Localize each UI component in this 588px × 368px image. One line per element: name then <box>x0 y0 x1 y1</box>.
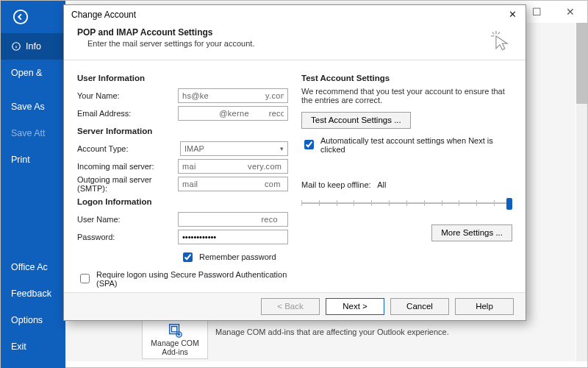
sidebar-item-open[interactable]: Open & <box>1 60 65 86</box>
test-button-label: Test Account Settings ... <box>311 116 401 124</box>
sidebar-item-label: Save As <box>11 102 45 112</box>
svg-point-0 <box>14 10 27 24</box>
spa-label: Require logon using Secure Password Auth… <box>96 270 288 288</box>
close-icon: ✕ <box>509 9 517 20</box>
bg-close-button[interactable]: ✕ <box>553 1 587 23</box>
dialog-footer: < Back Next > Cancel Help <box>64 292 526 320</box>
slider-thumb[interactable] <box>506 198 512 210</box>
spa-box[interactable] <box>80 274 90 283</box>
dialog-heading: POP and IMAP Account Settings <box>77 27 254 38</box>
cursor-click-icon <box>487 27 512 52</box>
arrow-left-circle-icon <box>12 9 29 25</box>
sidebar-item-label: Feedback <box>11 289 51 299</box>
password-input[interactable] <box>178 230 288 244</box>
backstage-sidebar: Info Open & Save As Save Att Print Offic… <box>1 1 65 368</box>
backstage-nav: Info Open & Save As Save Att Print Offic… <box>1 33 65 360</box>
mail-offline-section: Mail to keep offline: All <box>301 180 512 211</box>
sidebar-item-label: Open & <box>11 68 42 78</box>
your-name-label: Your Name: <box>77 91 178 100</box>
more-settings-button[interactable]: More Settings ... <box>431 224 512 241</box>
test-description: We recommend that you test your account … <box>301 87 512 105</box>
auto-test-checkbox[interactable]: Automatically test account settings when… <box>301 136 512 154</box>
dialog-titlebar: Change Account ✕ <box>64 5 526 24</box>
mail-offline-slider[interactable] <box>301 195 512 211</box>
account-type-value: IMAP <box>184 144 204 153</box>
sidebar-item-label: Exit <box>11 342 26 352</box>
change-account-dialog: Change Account ✕ POP and IMAP Account Se… <box>63 4 526 321</box>
section-logon-info: Logon Information <box>77 197 288 206</box>
password-label: Password: <box>77 233 178 241</box>
svg-rect-3 <box>171 326 176 331</box>
section-user-info: User Information <box>77 74 288 82</box>
outgoing-server-label: Outgoing mail server (SMTP): <box>77 175 178 193</box>
outgoing-server-input[interactable] <box>178 177 288 191</box>
sidebar-item-office[interactable]: Office Ac <box>1 254 65 280</box>
manage-com-addins-button[interactable]: Manage COM Add-ins <box>142 319 208 359</box>
your-name-input[interactable] <box>178 88 288 103</box>
sidebar-item-feedback[interactable]: Feedback <box>1 280 65 307</box>
dialog-title: Change Account <box>71 10 136 20</box>
username-input[interactable] <box>178 212 288 227</box>
mail-offline-value: All <box>377 180 386 189</box>
section-test-settings: Test Account Settings <box>301 74 512 82</box>
more-settings-label: More Settings ... <box>441 228 503 237</box>
back-button: < Back <box>261 298 320 315</box>
incoming-server-label: Incoming mail server: <box>77 162 178 171</box>
addins-icon <box>167 322 183 339</box>
sidebar-item-saveas[interactable]: Save As <box>1 93 65 120</box>
right-column: Test Account Settings We recommend that … <box>301 69 512 288</box>
dialog-body: User Information Your Name: Email Addres… <box>64 60 526 292</box>
incoming-server-input[interactable] <box>178 159 288 174</box>
next-button[interactable]: Next > <box>326 298 384 315</box>
help-button[interactable]: Help <box>455 298 514 315</box>
auto-test-label: Automatically test account settings when… <box>320 136 512 154</box>
remember-password-box[interactable] <box>183 252 193 262</box>
back-arrow-button[interactable] <box>1 1 65 33</box>
com-addins-text: Manage COM add-ins that are affecting yo… <box>208 319 524 359</box>
test-account-settings-button[interactable]: Test Account Settings ... <box>301 112 411 129</box>
sidebar-item-label: Info <box>26 41 41 52</box>
com-addins-card: Manage COM Add-ins Manage COM add-ins th… <box>142 319 524 359</box>
sidebar-item-saveatt: Save Att <box>1 120 65 146</box>
sidebar-item-options[interactable]: Options <box>1 307 65 333</box>
dialog-subheading: Enter the mail server settings for your … <box>77 38 254 48</box>
sidebar-item-label: Options <box>11 315 43 325</box>
spa-checkbox[interactable]: Require logon using Secure Password Auth… <box>77 270 288 288</box>
sidebar-item-label: Office Ac <box>11 262 48 272</box>
username-label: User Name: <box>77 215 178 224</box>
com-addins-desc: Manage COM add-ins that are affecting yo… <box>215 328 517 336</box>
bg-scrollbar-thumb[interactable] <box>576 23 587 104</box>
com-button-line2: Add-ins <box>162 347 188 356</box>
account-type-dropdown: IMAP ▾ <box>180 141 288 156</box>
account-type-label: Account Type: <box>77 144 180 153</box>
chevron-down-icon: ▾ <box>280 145 284 152</box>
info-icon <box>11 41 21 52</box>
dialog-close-button[interactable]: ✕ <box>505 7 520 22</box>
slider-ticks <box>301 200 512 206</box>
section-server-info: Server Information <box>77 127 288 135</box>
auto-test-box[interactable] <box>304 140 314 149</box>
dialog-header: POP and IMAP Account Settings Enter the … <box>64 24 526 60</box>
cancel-button[interactable]: Cancel <box>390 298 449 315</box>
remember-password-label: Remember password <box>199 252 276 261</box>
sidebar-item-label: Save Att <box>11 128 46 138</box>
com-button-line1: Manage COM <box>151 339 198 347</box>
sidebar-item-info[interactable]: Info <box>1 33 65 60</box>
left-column: User Information Your Name: Email Addres… <box>77 69 288 288</box>
sidebar-item-exit[interactable]: Exit <box>1 333 65 360</box>
sidebar-item-label: Print <box>11 155 30 165</box>
remember-password-checkbox[interactable]: Remember password <box>180 250 288 264</box>
mail-offline-label: Mail to keep offline: All <box>301 180 512 189</box>
sidebar-item-print[interactable]: Print <box>1 146 65 173</box>
email-label: Email Address: <box>77 109 178 118</box>
email-input[interactable] <box>178 106 288 121</box>
